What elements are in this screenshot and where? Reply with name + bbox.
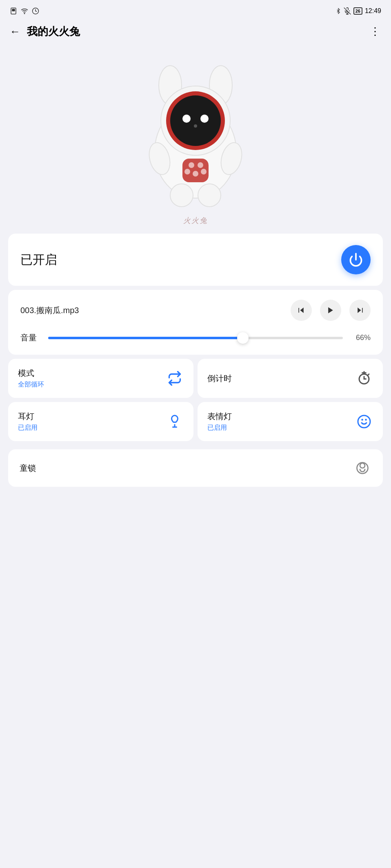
ear-light-card[interactable]: 耳灯 已启用 — [8, 402, 193, 441]
status-left-icons — [10, 7, 39, 15]
mode-title: 模式 — [18, 368, 44, 379]
repeat-icon — [167, 371, 182, 386]
svg-point-13 — [182, 115, 191, 123]
mode-icon-wrap — [166, 369, 184, 387]
face-light-info: 表情灯 已启用 — [207, 411, 232, 432]
ear-light-info: 耳灯 已启用 — [18, 411, 38, 432]
svg-line-34 — [368, 374, 369, 375]
data-icon — [32, 7, 39, 15]
face-light-subtitle: 已启用 — [207, 424, 232, 432]
robot-illustration — [134, 57, 257, 212]
child-lock-card[interactable]: 童锁 — [8, 449, 383, 487]
mode-info: 模式 全部循环 — [18, 368, 44, 389]
svg-point-12 — [170, 95, 221, 146]
timer-card[interactable]: 倒计时 — [198, 359, 383, 398]
volume-percent: 66% — [350, 334, 371, 342]
ear-light-icon-wrap — [166, 413, 184, 431]
more-options-button[interactable]: ⋮ — [370, 25, 381, 38]
mute-icon — [344, 7, 351, 15]
sim-icon — [10, 7, 17, 15]
svg-point-19 — [184, 169, 190, 174]
prev-button[interactable] — [291, 300, 312, 321]
ear-light-subtitle: 已启用 — [18, 424, 38, 432]
power-card: 已开启 — [8, 234, 383, 286]
svg-point-24 — [170, 184, 193, 207]
volume-control: 音量 66% — [20, 332, 371, 343]
svg-rect-1 — [12, 9, 15, 11]
volume-label: 音量 — [20, 332, 41, 343]
status-right-icons: 26 12:49 — [335, 7, 381, 15]
play-button[interactable] — [320, 300, 341, 321]
smile-icon — [357, 414, 371, 429]
volume-slider[interactable] — [48, 337, 343, 339]
child-lock-icon-wrap — [353, 459, 371, 477]
volume-track — [48, 337, 343, 339]
svg-point-37 — [358, 415, 370, 428]
svg-point-18 — [198, 162, 203, 168]
svg-marker-27 — [300, 307, 304, 313]
power-status-text: 已开启 — [20, 252, 57, 268]
prev-icon — [297, 306, 305, 314]
face-light-title: 表情灯 — [207, 411, 232, 422]
header-left: ← 我的火火兔 — [10, 24, 80, 39]
volume-thumb[interactable] — [237, 332, 249, 344]
timer-title: 倒计时 — [207, 373, 232, 384]
next-button[interactable] — [349, 300, 371, 321]
svg-point-40 — [360, 463, 365, 468]
face-light-icon-wrap — [355, 413, 373, 431]
next-icon — [356, 306, 364, 314]
power-icon — [349, 252, 363, 267]
timer-icon — [357, 371, 371, 386]
play-icon — [327, 306, 335, 314]
svg-marker-29 — [328, 307, 333, 314]
svg-point-21 — [201, 169, 207, 174]
bluetooth-icon — [335, 7, 341, 15]
controls-grid: 模式 全部循环 倒计时 耳灯 — [8, 359, 383, 441]
volume-fill — [48, 337, 243, 339]
svg-point-17 — [189, 162, 194, 168]
header: ← 我的火火兔 ⋮ — [0, 20, 391, 45]
track-name: 003.搬南瓜.mp3 — [20, 305, 282, 316]
mode-card[interactable]: 模式 全部循环 — [8, 359, 193, 398]
robot-brand-text: 火火兔 — [183, 216, 208, 225]
face-light-card[interactable]: 表情灯 已启用 — [198, 402, 383, 441]
page-title: 我的火火兔 — [27, 24, 80, 39]
media-card: 003.搬南瓜.mp3 音量 66% — [8, 290, 383, 355]
svg-marker-30 — [358, 307, 361, 313]
bulb-icon — [167, 414, 182, 429]
time-display: 12:49 — [365, 7, 381, 15]
battery-indicator: 26 — [353, 7, 362, 15]
child-lock-icon — [355, 461, 370, 475]
timer-icon-wrap — [355, 369, 373, 387]
mode-subtitle: 全部循环 — [18, 380, 44, 389]
svg-point-20 — [193, 171, 198, 177]
power-button[interactable] — [341, 245, 371, 274]
media-controls: 003.搬南瓜.mp3 — [20, 300, 371, 321]
back-button[interactable]: ← — [10, 25, 20, 38]
svg-point-14 — [200, 115, 209, 123]
wifi-icon — [20, 7, 29, 15]
svg-point-25 — [198, 184, 221, 207]
status-bar: 26 12:49 — [0, 0, 391, 20]
timer-info: 倒计时 — [207, 373, 232, 384]
ear-light-title: 耳灯 — [18, 411, 38, 422]
svg-point-15 — [194, 124, 197, 128]
child-lock-title: 童锁 — [20, 463, 36, 474]
robot-section: 火火兔 — [0, 45, 391, 230]
svg-point-2 — [24, 13, 25, 14]
